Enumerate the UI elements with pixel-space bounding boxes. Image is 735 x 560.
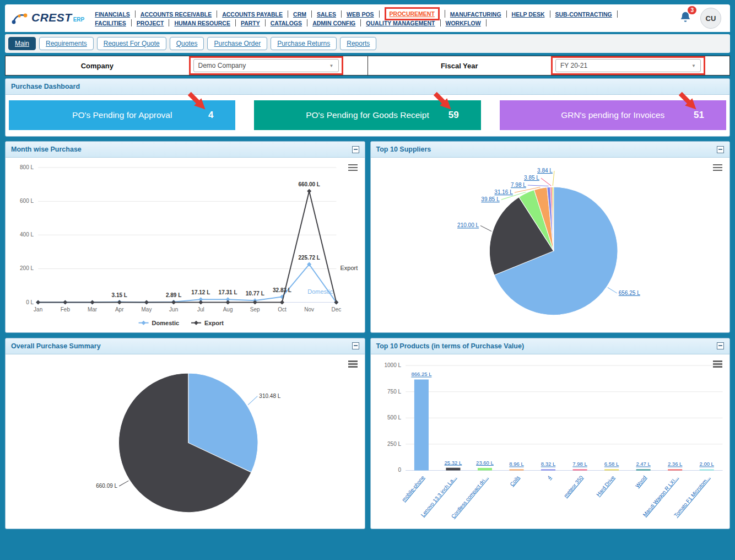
nav-link[interactable]: MANUFACTURING [450, 11, 501, 18]
svg-text:2.36 L: 2.36 L [667, 461, 682, 467]
tab-purchase-order[interactable]: Purchase Order [207, 37, 267, 50]
nav-item-crm[interactable]: CRM [288, 10, 312, 18]
user-avatar[interactable]: CU [700, 8, 721, 29]
nav-link[interactable]: FACILITIES [95, 20, 126, 26]
tab-purchase-returns[interactable]: Purchase Returns [271, 37, 337, 50]
kpi-label: PO's Pending for Approval [72, 110, 172, 120]
nav-item-project[interactable]: PROJECT [132, 19, 170, 26]
chevron-down-icon: ▼ [691, 63, 696, 68]
nav-link[interactable]: HUMAN RESOURCE [174, 20, 230, 26]
top-suppliers-chart: 3.84 L3.85 L7.98 L31.16 L39.85 L210.00 L… [371, 159, 729, 331]
svg-text:Wood: Wood [634, 474, 647, 488]
tab-reports[interactable]: Reports [340, 37, 376, 50]
kpi-card-3[interactable]: GRN's pending for Invoices51 [500, 100, 726, 130]
nav-item-party[interactable]: PARTY [236, 19, 266, 26]
tab-request-for-quote[interactable]: Request For Quote [97, 37, 166, 50]
nav-link[interactable]: WORKFLOW [446, 20, 481, 26]
collapse-panel-icon[interactable] [717, 342, 724, 349]
annotation-nav-highlight: PROCUREMENT [385, 7, 440, 20]
chart-body: 0 L200 L400 L600 L800 LJanFebMarAprMayJu… [6, 158, 365, 332]
nav-item-workflow[interactable]: WORKFLOW [441, 19, 487, 26]
chart-body: 3.84 L3.85 L7.98 L31.16 L39.85 L210.00 L… [371, 158, 730, 332]
svg-text:Jun: Jun [169, 306, 178, 313]
nav-item-sub-contracting[interactable]: SUB-CONTRACTING [550, 10, 618, 18]
nav-item-help-desk[interactable]: HELP DESK [507, 10, 550, 18]
nav-row-2: FACILITIESPROJECTHUMAN RESOURCEPARTYCATA… [90, 19, 679, 26]
nav-item-procurement[interactable]: PROCUREMENT [380, 10, 445, 18]
svg-text:meteor 350: meteor 350 [562, 474, 583, 498]
fiscal-year-select-value: FY 20-21 [560, 62, 587, 69]
logo-icon [12, 11, 30, 25]
kpi-card-2[interactable]: PO's Pending for Goods Receipt59 [254, 100, 480, 130]
tab-quotes[interactable]: Quotes [170, 37, 204, 50]
kpi-value: 4 [208, 110, 213, 121]
tab-main[interactable]: Main [8, 37, 36, 50]
nav-item-manufacturing[interactable]: MANUFACTURING [445, 10, 507, 18]
nav-link[interactable]: CRM [293, 11, 306, 18]
svg-text:3.15 L: 3.15 L [112, 292, 127, 298]
nav-item-facilities[interactable]: FACILITIES [90, 19, 132, 26]
tab-requirements[interactable]: Requirements [39, 37, 94, 50]
nav-link[interactable]: FINANCIALS [95, 11, 130, 18]
nav-item-accounts-receivable[interactable]: ACCOUNTS RECEIVABLE [136, 10, 217, 18]
nav-link[interactable]: PARTY [241, 20, 260, 26]
chart-context-menu-icon[interactable] [713, 359, 722, 369]
nav-link[interactable]: ACCOUNTS PAYABLE [222, 11, 283, 18]
nav-item-sales[interactable]: SALES [312, 10, 342, 18]
collapse-panel-icon[interactable] [352, 146, 359, 153]
panel-top-suppliers: Top 10 Suppliers 3.84 L3.85 L7.98 L31.16… [370, 141, 731, 333]
nav-item-web-pos[interactable]: WEB POS [342, 10, 380, 18]
nav-item-admin-config[interactable]: ADMIN CONFIG [307, 19, 361, 26]
panel-month-wise-purchase: Month wise Purchase 0 L200 L400 L600 L80… [5, 141, 365, 333]
panel-header: Overall Purchase Summary [6, 338, 365, 354]
nav-link[interactable]: ADMIN CONFIG [312, 20, 355, 26]
svg-text:500 L: 500 L [387, 414, 401, 421]
collapse-panel-icon[interactable] [352, 342, 359, 349]
logo-suffix: ERP [73, 17, 85, 23]
nav-item-human-resource[interactable]: HUMAN RESOURCE [169, 19, 236, 26]
collapse-panel-icon[interactable] [717, 146, 724, 153]
notifications-bell[interactable]: 3 [679, 10, 691, 26]
svg-text:Mar: Mar [88, 306, 98, 313]
chart-context-menu-icon[interactable] [348, 163, 358, 173]
nav-item-catalogs[interactable]: CATALOGS [266, 19, 307, 26]
app-root: CREST ERP FINANCIALSACCOUNTS RECEIVABLEA… [0, 0, 735, 560]
svg-text:210.00 L: 210.00 L [457, 222, 479, 228]
nav-item-quality-management[interactable]: QUALITY MANAGEMENT [361, 19, 440, 26]
purchase-dashboard-title: Purchase Dashboard [11, 83, 80, 90]
svg-text:Oct: Oct [278, 306, 287, 313]
kpi-card-1[interactable]: PO's Pending for Approval4 [9, 100, 235, 130]
svg-text:May: May [141, 306, 152, 313]
nav-link[interactable]: SUB-CONTRACTING [555, 11, 612, 18]
chevron-down-icon: ▼ [329, 63, 334, 68]
panel-title: Overall Purchase Summary [11, 342, 101, 350]
chart-context-menu-icon[interactable] [713, 163, 722, 173]
svg-text:600 L: 600 L [20, 198, 34, 204]
nav-link[interactable]: CATALOGS [271, 20, 302, 26]
svg-text:400 L: 400 L [20, 231, 34, 238]
company-select[interactable]: Demo Company ▼ [193, 59, 339, 72]
nav-link[interactable]: SALES [317, 11, 336, 18]
nav-link[interactable]: ACCOUNTS RECEIVABLE [140, 11, 212, 18]
chart-body: 310.48 L660.09 L [6, 354, 365, 529]
svg-text:2.47 L: 2.47 L [636, 461, 650, 467]
svg-text:Sep: Sep [250, 306, 260, 313]
nav-item-accounts-payable[interactable]: ACCOUNTS PAYABLE [217, 10, 288, 18]
nav-item-financials[interactable]: FINANCIALS [90, 10, 136, 18]
svg-text:25.32 L: 25.32 L [444, 459, 462, 465]
nav-link[interactable]: WEB POS [347, 11, 374, 18]
nav-link[interactable]: HELP DESK [512, 11, 545, 18]
nav-link[interactable]: PROCUREMENT [390, 10, 435, 17]
svg-text:Tomato F1 Microtom...: Tomato F1 Microtom... [672, 474, 710, 518]
nav-link[interactable]: PROJECT [137, 20, 164, 26]
svg-text:200 L: 200 L [20, 265, 34, 271]
svg-text:250 L: 250 L [387, 441, 401, 447]
svg-text:8.96 L: 8.96 L [509, 461, 523, 467]
kpi-row: PO's Pending for Approval4PO's Pending f… [6, 95, 729, 136]
annotation-fiscal-year-highlight: FY 20-21 ▼ [551, 56, 705, 75]
chart-context-menu-icon[interactable] [348, 359, 358, 369]
fiscal-year-select[interactable]: FY 20-21 ▼ [555, 59, 701, 72]
chart-body: 0250 L500 L750 L1000 L866.25 Lmobile-pho… [371, 354, 730, 529]
app-logo[interactable]: CREST ERP [12, 11, 84, 25]
nav-link[interactable]: QUALITY MANAGEMENT [366, 20, 435, 26]
